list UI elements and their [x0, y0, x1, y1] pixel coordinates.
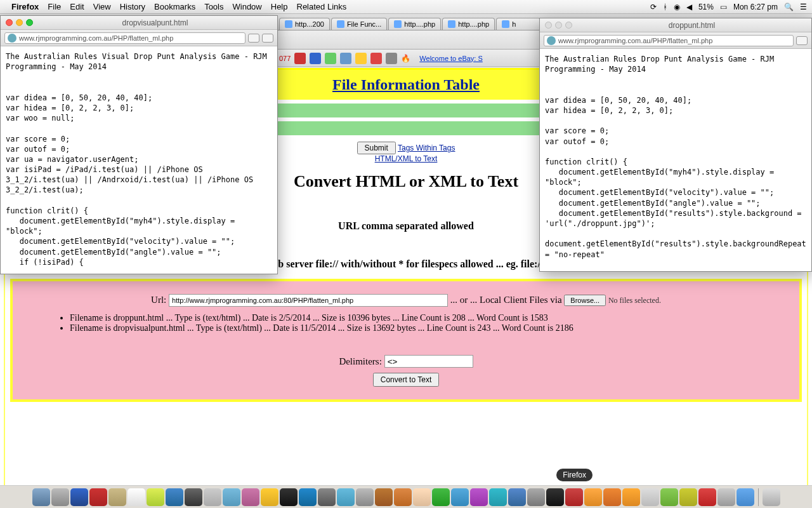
popup-url-text: www.rjmprogramming.com.au/PHP/flatten_ml…	[19, 34, 173, 42]
dock-app-icon[interactable]	[108, 488, 126, 506]
menu-help[interactable]: Help	[271, 2, 288, 11]
code-content[interactable]: The Australian Rules Visual Drop Punt An…	[1, 46, 277, 272]
html-xml-link[interactable]: HTML/XML to Text	[375, 154, 438, 163]
favicon-icon	[448, 20, 455, 28]
dock-app-icon[interactable]	[204, 488, 221, 506]
dock-app-icon[interactable]	[508, 488, 526, 506]
dock-app-icon[interactable]	[660, 488, 678, 506]
dock-app-icon[interactable]	[375, 488, 393, 506]
app-name[interactable]: Firefox	[11, 2, 39, 11]
browse-button[interactable]: Browse...	[564, 295, 606, 306]
dock-app-icon[interactable]	[51, 488, 69, 506]
popup-url-field[interactable]: www.rjmprogramming.com.au/PHP/flatten_ml…	[544, 35, 794, 46]
menu-related-links[interactable]: Related Links	[297, 2, 347, 11]
trash-icon[interactable]	[763, 488, 780, 506]
pin-icon[interactable]	[248, 34, 259, 43]
menu-window[interactable]: Window	[233, 2, 262, 11]
toolbar-icon[interactable]	[340, 53, 351, 64]
dock-app-icon[interactable]	[432, 488, 450, 506]
delimiters-input[interactable]	[384, 355, 473, 368]
wifi-icon[interactable]: ◉	[674, 3, 680, 11]
dock-app-icon[interactable]	[489, 488, 507, 506]
flame-icon[interactable]: 🔥	[401, 54, 410, 63]
dock-app-icon[interactable]	[242, 488, 259, 506]
dock-app-icon[interactable]	[451, 488, 469, 506]
submit-button[interactable]: Submit	[357, 142, 396, 154]
toolbar-icon[interactable]	[310, 53, 321, 64]
popup-titlebar[interactable]: droppunt.html	[540, 18, 811, 32]
nav-icon[interactable]	[262, 34, 273, 43]
dock-app-icon[interactable]	[70, 488, 88, 506]
dock-app-icon[interactable]	[527, 488, 545, 506]
dock-app-icon[interactable]	[89, 488, 107, 506]
toolbar-icon[interactable]	[386, 53, 397, 64]
gmail-icon[interactable]	[370, 53, 382, 64]
dock-app-icon[interactable]	[147, 488, 164, 506]
tab-label: File Func...	[347, 20, 381, 28]
ebay-link[interactable]: Welcome to eBay: S	[419, 55, 482, 62]
menu-file[interactable]: File	[48, 2, 61, 11]
dock-app-icon[interactable]	[584, 488, 602, 506]
dock-app-icon[interactable]	[185, 488, 202, 506]
dock-app-icon[interactable]	[413, 488, 431, 506]
dock-app-icon[interactable]	[166, 488, 183, 506]
favicon-icon	[394, 20, 402, 28]
close-icon[interactable]	[545, 22, 552, 29]
dock-app-icon[interactable]	[394, 488, 412, 506]
menu-extras-icon[interactable]: ☰	[800, 3, 807, 11]
menu-edit[interactable]: Edit	[70, 2, 84, 11]
nav-icon[interactable]	[796, 36, 808, 45]
dock-app-icon[interactable]	[299, 488, 317, 506]
finder-icon[interactable]	[32, 488, 50, 506]
popup-url-field[interactable]: www.rjmprogramming.com.au/PHP/flatten_ml…	[4, 32, 246, 44]
tab-label: http....php	[458, 20, 489, 28]
menu-history[interactable]: History	[120, 2, 145, 11]
dock-app-icon[interactable]	[318, 488, 336, 506]
browser-tab[interactable]: http....php	[388, 18, 441, 30]
dock-app-icon[interactable]	[470, 488, 488, 506]
toolbar-icon[interactable]	[355, 53, 367, 64]
dock-app-icon[interactable]	[679, 488, 697, 506]
zoom-icon[interactable]	[565, 22, 572, 29]
menu-view[interactable]: View	[93, 2, 111, 11]
dock-app-icon[interactable]	[717, 488, 735, 506]
minimize-icon[interactable]	[555, 22, 562, 29]
tags-link[interactable]: Tags Within Tags	[398, 144, 455, 152]
dock-app-icon[interactable]	[641, 488, 659, 506]
dock-app-icon[interactable]	[280, 488, 298, 506]
menu-bookmarks[interactable]: Bookmarks	[154, 2, 195, 11]
browser-tab[interactable]: File Func...	[331, 18, 387, 30]
convert-button[interactable]: Convert to Text	[373, 373, 439, 387]
sync-icon[interactable]: ⟳	[650, 3, 657, 11]
dock-app-icon[interactable]	[622, 488, 640, 506]
dock-app-icon[interactable]	[546, 488, 564, 506]
dock-app-icon[interactable]	[128, 488, 145, 506]
url-input[interactable]	[169, 294, 448, 307]
close-icon[interactable]	[6, 19, 13, 26]
dock-app-icon[interactable]	[337, 488, 355, 506]
volume-icon[interactable]: ◀	[686, 3, 692, 11]
dock-app-icon[interactable]	[223, 488, 240, 506]
browser-tab[interactable]: h	[496, 18, 540, 30]
zoom-icon[interactable]	[26, 19, 33, 26]
file-list: Filename is droppunt.html ... Type is (t…	[70, 313, 780, 333]
battery-icon[interactable]: ▭	[720, 3, 727, 11]
spotlight-icon[interactable]: 🔍	[784, 3, 794, 11]
clock[interactable]: Mon 6:27 pm	[733, 3, 778, 11]
browser-tab[interactable]: http...200	[279, 18, 330, 30]
code-content[interactable]: The Australian Rules Drop Punt Analysis …	[540, 49, 811, 265]
bluetooth-icon[interactable]: ᚼ	[663, 3, 667, 11]
dock-app-icon[interactable]	[698, 488, 716, 506]
toolbar-icon[interactable]	[294, 53, 306, 64]
dock-app-icon[interactable]	[261, 488, 278, 506]
battery-percent: 51%	[698, 3, 714, 11]
dock-app-icon[interactable]	[737, 488, 754, 506]
minimize-icon[interactable]	[16, 19, 23, 26]
toolbar-icon[interactable]	[325, 53, 336, 64]
dock-app-icon[interactable]	[565, 488, 583, 506]
browser-tab[interactable]: http....php	[442, 18, 495, 30]
popup-titlebar[interactable]: dropvisualpunt.html	[1, 16, 277, 30]
dock-app-icon[interactable]	[356, 488, 374, 506]
menu-tools[interactable]: Tools	[204, 2, 223, 11]
firefox-icon[interactable]	[603, 488, 621, 506]
